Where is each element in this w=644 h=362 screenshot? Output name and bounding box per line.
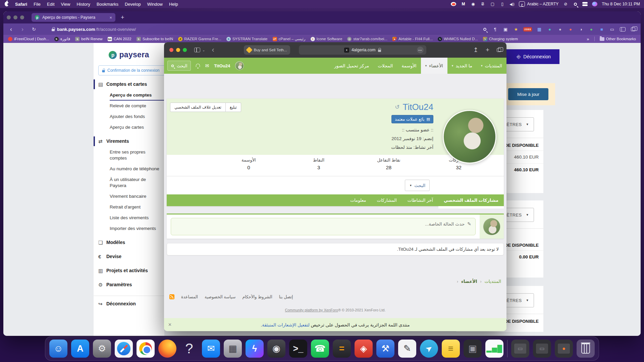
spotlight-icon[interactable] bbox=[573, 1, 578, 7]
footer-link[interactable]: الشروط والأحكام bbox=[243, 294, 272, 299]
zoom-window-button[interactable] bbox=[20, 15, 24, 19]
stat-value[interactable]: 28 bbox=[354, 165, 424, 170]
launchpad[interactable]: ▦ bbox=[224, 340, 242, 358]
system-preferences[interactable]: ⚙ bbox=[93, 340, 111, 358]
history-clock-icon[interactable]: ↺ bbox=[395, 104, 399, 111]
breadcrumb-members-link[interactable]: الأعضاء bbox=[461, 279, 477, 284]
ext-counter-badge[interactable]: 2333 bbox=[523, 26, 532, 33]
finder[interactable]: ☺ bbox=[49, 340, 67, 358]
screenshot[interactable]: ◉ bbox=[267, 340, 285, 358]
bookmark-item[interactable]: ϟ Charging system bbox=[483, 37, 518, 41]
report-button[interactable]: تبليغ bbox=[226, 103, 241, 112]
calculator[interactable]: = bbox=[333, 340, 351, 358]
ext-dark-icon[interactable]: ◑ bbox=[578, 26, 584, 33]
whatsapp[interactable]: ☎ bbox=[311, 340, 329, 358]
update-button[interactable]: Mise à jour bbox=[508, 88, 548, 100]
minimized-window-2[interactable]: ▭ bbox=[533, 340, 551, 358]
forum-nav-item[interactable]: الأوسمة bbox=[397, 58, 421, 74]
footer-link[interactable]: إتصل بنا bbox=[279, 294, 293, 299]
stat-value[interactable]: 0 bbox=[214, 165, 284, 170]
sidebar-menu-item[interactable]: ↪Déconnexion bbox=[94, 296, 164, 309]
profile-tab[interactable]: المشاركات bbox=[372, 194, 402, 206]
editor[interactable]: ✎ bbox=[398, 340, 416, 358]
bookmark-item[interactable]: b Subscribe to beIN bbox=[137, 37, 173, 41]
forum-nav-item[interactable]: المنتديات▾ bbox=[477, 58, 506, 74]
enable-notifications-link[interactable]: لتفعيل الإشعارات المنبثقة bbox=[262, 322, 310, 327]
app-store[interactable]: A bbox=[71, 340, 89, 358]
xcode[interactable]: ⚒ bbox=[376, 340, 394, 358]
xenforo-link[interactable]: Community platform by XenForo bbox=[285, 308, 338, 312]
volume-icon[interactable]: ◀)) bbox=[509, 1, 515, 7]
close-icon[interactable]: ✕ bbox=[168, 322, 172, 327]
sidebar-menu-item[interactable]: Relevé de compte bbox=[94, 101, 164, 111]
menubar-item[interactable]: File bbox=[34, 2, 41, 7]
display-icon[interactable]: ▢ bbox=[490, 1, 495, 7]
dark-app[interactable]: ▣ bbox=[464, 340, 482, 358]
stat-label[interactable]: الأوسمة bbox=[214, 158, 284, 163]
ext-red-icon[interactable]: ● bbox=[568, 26, 574, 33]
forum-nav-item[interactable]: مركز تحميل الصور bbox=[330, 58, 373, 74]
ext-gray-icon[interactable]: ● bbox=[557, 26, 563, 33]
airplay-icon[interactable]: ▭ bbox=[609, 26, 615, 33]
stat-label[interactable]: النقاط bbox=[284, 158, 354, 163]
trash[interactable] bbox=[577, 340, 595, 358]
ext-star-icon[interactable]: ★ bbox=[513, 26, 519, 33]
share-icon[interactable]: ↥ bbox=[473, 46, 478, 54]
bookmark-item[interactable]: b beIN Renew bbox=[75, 37, 102, 41]
bookmark-item[interactable]: ϟ WHMCS Nulled D... bbox=[438, 37, 478, 41]
sidebar-menu-item[interactable]: ▤Comptes et cartes bbox=[94, 79, 164, 90]
stat-value[interactable]: 32 bbox=[424, 165, 494, 170]
profile-tab[interactable]: آخر النشاطات bbox=[402, 194, 438, 206]
sidebar-menu-item[interactable]: Aperçu de cartes bbox=[94, 122, 164, 133]
sidebar-menu-item[interactable]: Entre ses propres comptes bbox=[94, 147, 164, 164]
sidebar-menu-item[interactable]: Virement bancaire bbox=[94, 191, 164, 202]
sidebar-menu-item[interactable]: €Devise bbox=[94, 251, 164, 262]
telegram[interactable]: ➤ bbox=[420, 340, 438, 358]
messages-envelope-icon[interactable]: ✉ bbox=[205, 63, 209, 68]
sidebar-menu-item[interactable]: Aperçu de comptes bbox=[94, 90, 164, 101]
bookmark-item[interactable]: bn CAN 2022 bbox=[108, 37, 131, 41]
sidebar-toggle-icon[interactable] bbox=[194, 48, 200, 52]
rss-icon[interactable] bbox=[169, 294, 174, 299]
status-input[interactable]: ✎ حدث الحالة الخاصة... bbox=[171, 218, 476, 235]
input-source-menu[interactable]: ع Arabic – AZERTY bbox=[519, 1, 558, 7]
sidebar-menu-item[interactable]: ⚙Paramètres bbox=[94, 279, 164, 290]
menubar-item[interactable]: Help bbox=[169, 2, 178, 7]
menubar-item[interactable]: Safari bbox=[15, 2, 27, 7]
active-tab-address[interactable]: x 4algeria.com ••• bbox=[299, 45, 426, 55]
menubar-clock[interactable]: Thu 8 Dec 10:11 PM bbox=[602, 2, 640, 6]
sidebar-menu-item[interactable]: À un utilisateur de Paysera bbox=[94, 174, 164, 191]
logged-in-username[interactable]: TitOu24 bbox=[214, 63, 230, 68]
profile-search-button[interactable]: البحث ▼ bbox=[405, 180, 430, 191]
user-account-icon[interactable]: ◉ bbox=[470, 1, 476, 7]
navbar-avatar[interactable] bbox=[235, 61, 244, 70]
alerts-bell-icon[interactable] bbox=[196, 64, 200, 67]
profile-tab[interactable]: مشاركات الملف الشخصي bbox=[438, 194, 504, 206]
forum-nav-item[interactable]: ما الجديد▾ bbox=[447, 58, 477, 74]
bookmark-item[interactable]: ◍ star7arab.com/bei... bbox=[347, 37, 387, 41]
malwarebytes-icon[interactable]: M bbox=[461, 1, 466, 7]
minimized-window-3[interactable]: ● bbox=[555, 340, 573, 358]
address-bar[interactable]: bank.paysera.com/fr/account-overview/ bbox=[52, 27, 136, 32]
bookmark-item[interactable]: S SYSTRAN Translate bbox=[226, 37, 268, 41]
reload-button[interactable]: ↻ bbox=[31, 26, 37, 32]
sidebar-menu-item[interactable]: ⇄Virements bbox=[94, 136, 164, 147]
help[interactable]: ? bbox=[180, 340, 198, 358]
edit-cover-button[interactable]: تعديل غلاف الملف الشخصي bbox=[170, 103, 226, 112]
siri-icon[interactable] bbox=[592, 2, 597, 6]
wifi-disabled-icon[interactable]: ⊘ bbox=[563, 1, 568, 7]
safari[interactable] bbox=[115, 340, 133, 358]
bookmark-item[interactable]: cP cPanel – رئيسي bbox=[273, 37, 306, 41]
profile-avatar[interactable] bbox=[443, 110, 496, 164]
search-icon[interactable] bbox=[482, 26, 488, 33]
menubar-item[interactable]: Bookmarks bbox=[97, 2, 118, 7]
forum-nav-item[interactable]: المجلات bbox=[373, 58, 397, 74]
red-app[interactable]: ◈ bbox=[355, 340, 373, 358]
menubar-item[interactable]: Window bbox=[147, 2, 163, 7]
new-tab-button[interactable]: + bbox=[121, 14, 124, 21]
control-center-icon[interactable] bbox=[582, 1, 588, 7]
firefox[interactable] bbox=[158, 340, 176, 358]
menubar-item[interactable]: Develop bbox=[125, 2, 141, 7]
forward-button[interactable]: › bbox=[19, 26, 25, 33]
close-window-button[interactable] bbox=[7, 15, 11, 19]
